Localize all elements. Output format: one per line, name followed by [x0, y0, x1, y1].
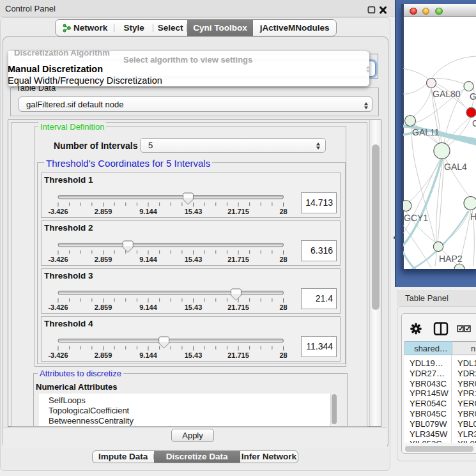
svg-text:2.859: 2.859: [95, 303, 112, 311]
svg-text:C: C: [472, 118, 476, 128]
svg-text:HAP2: HAP2: [439, 254, 463, 264]
svg-text:GAL80: GAL80: [433, 89, 461, 99]
svg-text:15.43: 15.43: [185, 256, 203, 263]
svg-text:GAL4: GAL4: [444, 162, 467, 172]
svg-text:9.144: 9.144: [139, 303, 157, 311]
svg-text:2.859: 2.859: [95, 208, 112, 215]
svg-text:28: 28: [279, 256, 287, 263]
svg-text:-3.426: -3.426: [48, 303, 68, 311]
svg-text:2.859: 2.859: [95, 351, 112, 359]
svg-text:9.144: 9.144: [139, 351, 157, 359]
svg-text:28: 28: [279, 303, 287, 311]
svg-text:GA: GA: [470, 91, 476, 102]
svg-text:15.43: 15.43: [185, 303, 203, 311]
svg-text:GAL11: GAL11: [412, 127, 440, 137]
svg-text:-3.426: -3.426: [48, 351, 68, 359]
svg-text:-3.426: -3.426: [48, 256, 68, 263]
svg-text:9.144: 9.144: [139, 208, 157, 215]
svg-text:15.43: 15.43: [185, 208, 203, 215]
svg-text:28: 28: [279, 208, 287, 215]
svg-text:HI: HI: [470, 211, 476, 222]
svg-text:9.144: 9.144: [139, 256, 157, 263]
svg-text:2.859: 2.859: [95, 256, 112, 263]
svg-text:21.715: 21.715: [227, 351, 249, 359]
svg-text:-3.426: -3.426: [48, 208, 68, 215]
svg-text:28: 28: [279, 351, 287, 359]
svg-text:GCY1: GCY1: [404, 213, 428, 223]
svg-text:21.715: 21.715: [227, 256, 249, 263]
svg-text:21.715: 21.715: [227, 208, 249, 215]
svg-text:21.715: 21.715: [227, 303, 249, 311]
svg-text:15.43: 15.43: [185, 351, 203, 359]
